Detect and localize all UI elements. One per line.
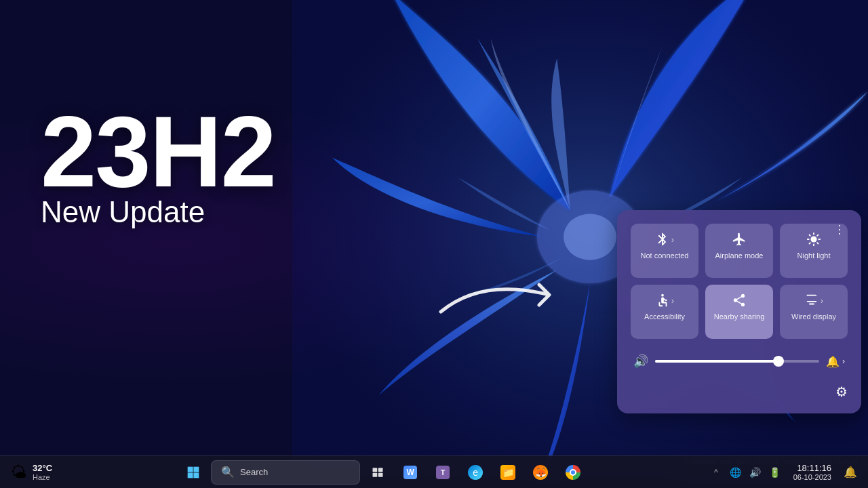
widgets-button[interactable]: W	[395, 458, 425, 487]
network-tray-icon[interactable]: 🌐	[726, 464, 745, 481]
svg-point-3	[810, 236, 816, 242]
airplane-icon	[711, 232, 768, 247]
quick-settings-grid: › Not connected Airplane mode	[631, 224, 848, 339]
nearby-sharing-label: Nearby sharing	[714, 312, 765, 321]
start-button[interactable]	[178, 458, 208, 487]
chrome-button[interactable]	[558, 458, 588, 487]
bluetooth-button[interactable]: › Not connected	[631, 224, 698, 278]
weather-desc: Haze	[33, 473, 52, 481]
svg-line-9	[817, 243, 818, 243]
wired-display-icon: ›	[785, 293, 842, 308]
volume-slider[interactable]	[655, 360, 819, 363]
search-icon: 🔍	[221, 466, 235, 479]
wired-display-label: Wired display	[791, 312, 836, 321]
volume-expand-arrow[interactable]: ›	[842, 357, 845, 366]
tray-expand-chevron[interactable]: ^	[711, 465, 721, 480]
search-bar[interactable]: 🔍 Search	[211, 460, 360, 485]
tray-icons: 🌐 🔊 🔋	[726, 464, 784, 481]
svg-rect-19	[373, 472, 378, 476]
wired-display-expand: ›	[821, 296, 823, 306]
accessibility-button[interactable]: › Accessibility	[631, 285, 698, 339]
main-title: 23H2	[41, 102, 275, 202]
notification-bell[interactable]: 🔔	[841, 463, 860, 481]
weather-icon: 🌤	[11, 463, 27, 482]
settings-row: ⚙	[631, 380, 848, 400]
teams-button[interactable]: T	[428, 458, 458, 487]
volume-thumb	[773, 356, 784, 367]
svg-point-2	[564, 214, 616, 260]
svg-rect-13	[188, 466, 193, 472]
nearby-sharing-icon	[711, 293, 768, 308]
svg-rect-14	[193, 466, 199, 472]
arrow-graphic	[427, 258, 617, 339]
clock-time: 18:11:16	[797, 463, 831, 473]
svg-point-12	[661, 294, 664, 297]
svg-line-11	[817, 235, 818, 236]
file-explorer-button[interactable]: 📁	[493, 458, 523, 487]
system-tray: ^ 🌐 🔊 🔋 18:11:16 06-10-2023 🔔	[703, 456, 868, 488]
airplane-label: Airplane mode	[715, 251, 764, 260]
clock[interactable]: 18:11:16 06-10-2023	[789, 463, 835, 481]
clock-date: 06-10-2023	[793, 473, 831, 481]
night-light-icon	[785, 232, 842, 247]
weather-temp: 32°C	[33, 463, 52, 473]
nearby-sharing-button[interactable]: Nearby sharing	[705, 285, 773, 339]
svg-rect-17	[373, 468, 378, 472]
accessibility-expand: ›	[671, 296, 674, 306]
weather-widget[interactable]: 🌤 32°C Haze	[0, 456, 63, 488]
wired-display-button[interactable]: › Wired display	[780, 285, 848, 339]
firefox-button[interactable]: 🦊	[526, 458, 555, 487]
svg-rect-20	[378, 472, 383, 476]
volume-fill	[655, 360, 778, 363]
bluetooth-expand: ›	[671, 235, 674, 245]
volume-icon: 🔊	[633, 354, 648, 369]
bluetooth-label: Not connected	[641, 251, 689, 260]
weather-info: 32°C Haze	[33, 463, 52, 481]
volume-right-icon: 🔔	[826, 355, 840, 368]
accessibility-icon: ›	[636, 293, 693, 308]
night-light-button[interactable]: Night light	[780, 224, 848, 278]
quick-settings-panel: ⋯ › Not connected Airplane mode	[617, 210, 861, 413]
svg-line-8	[810, 235, 810, 236]
accessibility-label: Accessibility	[644, 312, 685, 321]
svg-rect-18	[378, 468, 383, 472]
airplane-mode-button[interactable]: Airplane mode	[705, 224, 773, 278]
svg-rect-16	[193, 472, 199, 478]
volume-row: 🔊 🔔 ›	[631, 350, 848, 373]
bluetooth-icon: ›	[636, 232, 693, 247]
task-view-button[interactable]	[363, 458, 393, 487]
battery-tray-icon[interactable]: 🔋	[766, 464, 784, 481]
taskbar: 🌤 32°C Haze 🔍 Search	[0, 455, 868, 488]
quick-settings-gear-button[interactable]: ⚙	[835, 384, 848, 400]
title-overlay: 23H2 New Update	[41, 102, 275, 229]
edge-button[interactable]: e	[460, 458, 490, 487]
search-text: Search	[240, 467, 268, 477]
night-light-label: Night light	[797, 251, 831, 260]
taskbar-center-items: 🔍 Search W T e 📁 🦊	[63, 458, 703, 487]
sound-tray-icon[interactable]: 🔊	[746, 464, 764, 481]
volume-right-controls: 🔔 ›	[826, 355, 845, 368]
svg-line-10	[810, 243, 810, 243]
svg-rect-15	[188, 472, 193, 478]
